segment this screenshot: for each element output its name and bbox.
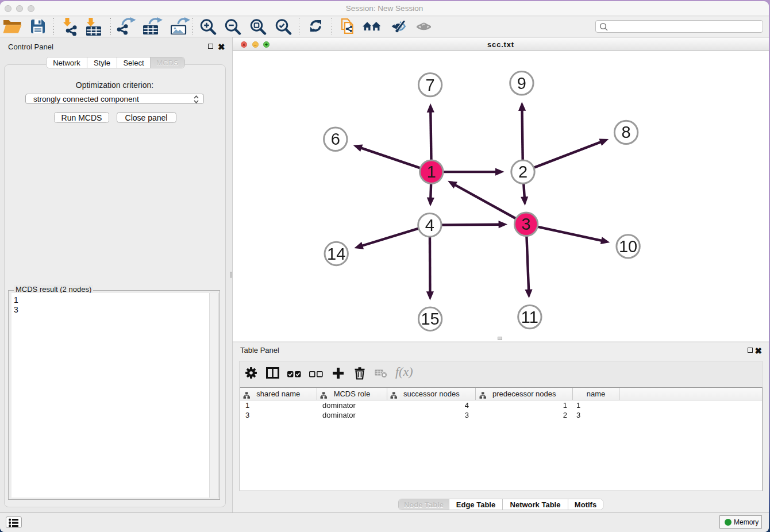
svg-text:1: 1 [427,163,436,181]
svg-text:8: 8 [622,123,631,141]
svg-text:3: 3 [522,215,531,233]
svg-text:6: 6 [331,130,340,148]
svg-text:10: 10 [619,237,637,256]
svg-text:14: 14 [327,245,345,263]
svg-text:15: 15 [421,310,439,328]
svg-text:7: 7 [426,76,435,94]
svg-text:4: 4 [425,216,434,234]
svg-text:11: 11 [521,308,538,326]
svg-text:9: 9 [517,74,526,92]
svg-text:2: 2 [518,163,528,181]
